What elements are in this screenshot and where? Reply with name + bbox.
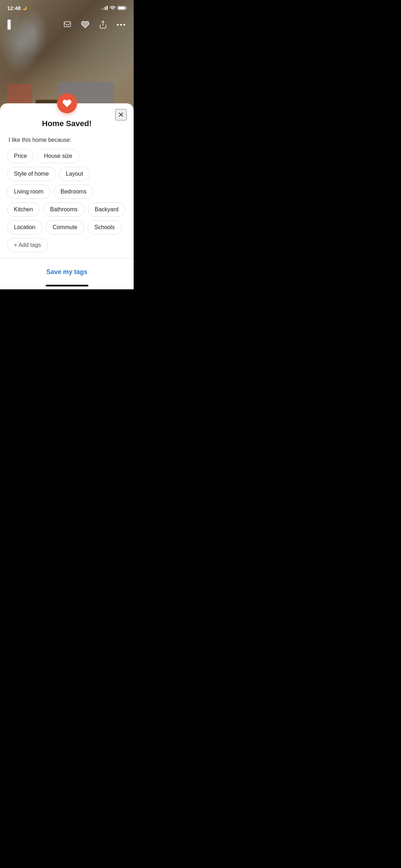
time-display: 12:48 xyxy=(7,5,21,11)
save-tags-button[interactable]: Save my tags xyxy=(0,265,134,279)
tag-style-of-home[interactable]: Style of home xyxy=(7,167,56,181)
more-options-icon[interactable] xyxy=(115,19,127,30)
bottom-sheet: ✕ Home Saved! I like this home because: … xyxy=(0,103,134,289)
nav-actions xyxy=(62,19,127,30)
battery-icon xyxy=(118,6,127,10)
tag-bathrooms[interactable]: Bathrooms xyxy=(43,202,84,217)
tag-layout[interactable]: Layout xyxy=(59,167,90,181)
tag-commute[interactable]: Commute xyxy=(46,220,84,234)
message-icon[interactable] xyxy=(62,19,73,30)
tags-container: Price House size Style of home Layout Li… xyxy=(0,149,134,252)
heart-fab[interactable] xyxy=(57,93,77,113)
share-icon[interactable] xyxy=(97,19,109,30)
back-button[interactable]: ‹ xyxy=(7,19,11,30)
screen: 12:48 🌙 ‹ xyxy=(0,0,134,289)
divider xyxy=(0,258,134,258)
close-button[interactable]: ✕ xyxy=(115,109,127,120)
moon-icon: 🌙 xyxy=(22,6,27,10)
status-time: 12:48 🌙 xyxy=(7,5,27,11)
sheet-title: Home Saved! xyxy=(0,119,134,128)
tag-house-size[interactable]: House size xyxy=(37,149,79,163)
add-tags-button[interactable]: + Add tags xyxy=(7,238,48,252)
signal-icon xyxy=(101,6,108,10)
tag-schools[interactable]: Schools xyxy=(88,220,122,234)
tag-living-room[interactable]: Living room xyxy=(7,185,50,199)
sheet-subtitle: I like this home because: xyxy=(9,137,125,143)
status-icons xyxy=(101,5,127,11)
tag-bedrooms[interactable]: Bedrooms xyxy=(54,185,93,199)
tag-price[interactable]: Price xyxy=(7,149,34,163)
wifi-icon xyxy=(110,5,115,11)
status-bar: 12:48 🌙 xyxy=(0,0,134,16)
home-indicator xyxy=(46,285,88,286)
svg-rect-0 xyxy=(64,22,71,27)
tag-backyard[interactable]: Backyard xyxy=(88,202,125,217)
tag-location[interactable]: Location xyxy=(7,220,42,234)
tag-kitchen[interactable]: Kitchen xyxy=(7,202,40,217)
heart-icon[interactable] xyxy=(79,19,91,30)
nav-bar: ‹ xyxy=(0,16,134,33)
